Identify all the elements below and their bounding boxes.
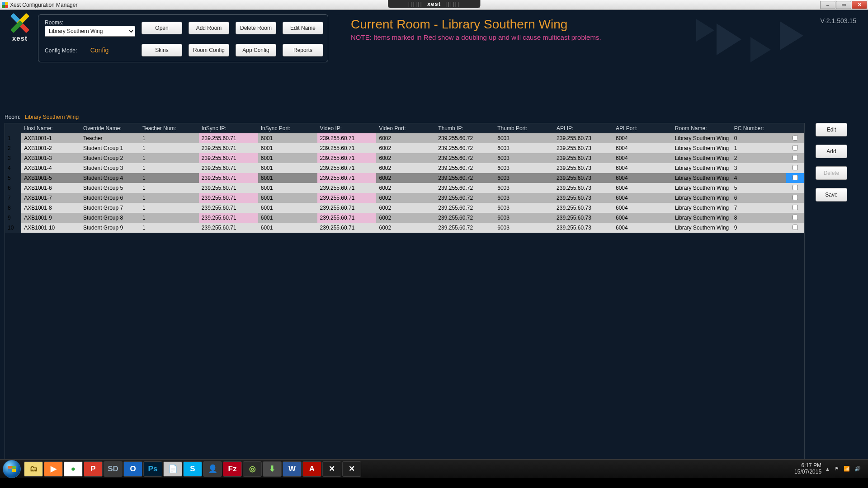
window-titlebar: Xest Configuration Manager xest – ▭ ✕ [0,0,868,10]
tray-flag-icon[interactable]: ⚑ [835,466,839,472]
red-warning-note: NOTE: Items marked in Red show a doublin… [351,33,601,41]
col-0[interactable]: Host Name: [21,123,80,133]
room-config-button[interactable]: Room Config [189,44,229,56]
taskbar-item-6[interactable]: Ps [143,461,162,477]
taskbar-item-0[interactable]: 🗂 [24,461,43,477]
taskbar-item-14[interactable]: A [302,461,321,477]
window-minimize-button[interactable]: – [820,1,835,9]
col-3[interactable]: InSync IP: [199,123,258,133]
app-icon [2,2,8,8]
taskbar-item-7[interactable]: 📄 [163,461,182,477]
taskbar-item-1[interactable]: ▶ [44,461,63,477]
taskbar: 🗂▶●PSDOPs📄S👤Fz◎⬇WA✕✕ 6:17 PM 15/07/2015 … [0,459,868,478]
row-checkbox[interactable] [786,203,804,213]
row-checkbox[interactable] [786,133,804,143]
col-11[interactable]: Room Name: [672,123,731,133]
col-12[interactable]: PC Number: [731,123,786,133]
tray-overflow-icon[interactable]: ▲ [825,466,830,472]
window-maximize-button[interactable]: ▭ [836,1,851,9]
add-button[interactable]: Add [816,145,847,158]
row-checkbox[interactable] [786,143,804,153]
row-checkbox[interactable] [786,223,804,233]
row-checkbox[interactable] [786,193,804,203]
table-row[interactable]: 1AXB1001-1Teacher1239.255.60.716001239.2… [5,133,804,143]
col-1[interactable]: Override Name: [80,123,140,133]
edit-button[interactable]: Edit [816,123,847,136]
title-brand-badge: xest [388,0,481,8]
col-6[interactable]: Video Port: [376,123,435,133]
window-title: Xest Configuration Manager [10,2,77,8]
taskbar-item-16[interactable]: ✕ [342,461,361,477]
taskbar-clock[interactable]: 6:17 PM 15/07/2015 [794,463,825,475]
row-checkbox[interactable] [786,183,804,193]
col-5[interactable]: Video IP: [317,123,377,133]
reports-button[interactable]: Reports [283,44,323,56]
config-mode: Config Mode: Config [45,47,135,54]
config-mode-label: Config Mode: [45,47,77,54]
tray-network-icon[interactable]: 📶 [844,466,850,472]
col-9[interactable]: API IP: [554,123,613,133]
clock-date: 15/07/2015 [794,469,821,475]
open-button[interactable]: Open [142,22,182,34]
table-row[interactable]: 6AXB1001-6Student Group 51239.255.60.716… [5,183,804,193]
tray-volume-icon[interactable]: 🔊 [854,466,861,472]
grid-room-value: Library Southern Wing [25,114,79,120]
app-config-button[interactable]: App Config [236,44,276,56]
room-title-block: Current Room - Library Southern Wing NOT… [351,14,601,41]
taskbar-item-13[interactable]: W [283,461,302,477]
table-row[interactable]: 3AXB1001-3Student Group 21239.255.60.716… [5,153,804,163]
table-row[interactable]: 4AXB1001-4Student Group 31239.255.60.716… [5,163,804,173]
row-checkbox[interactable] [786,163,804,173]
grid-room-line: Room: Library Southern Wing [5,114,863,120]
row-checkbox[interactable] [786,153,804,163]
taskbar-item-4[interactable]: SD [104,461,123,477]
delete-room-button[interactable]: Delete Room [236,22,276,34]
taskbar-item-8[interactable]: S [183,461,202,477]
config-panel: Rooms: Library Southern Wing Open Add Ro… [38,14,328,62]
table-row[interactable]: 2AXB1001-2Student Group 11239.255.60.716… [5,143,804,153]
col-7[interactable]: Thumb IP: [435,123,495,133]
taskbar-item-5[interactable]: O [123,461,142,477]
table-row[interactable]: 5AXB1001-5Student Group 41239.255.60.716… [5,173,804,183]
table-row[interactable]: 10AXB1001-10Student Group 91239.255.60.7… [5,223,804,233]
hosts-grid[interactable]: Host Name:Override Name:Teacher Num:InSy… [5,123,805,475]
taskbar-item-9[interactable]: 👤 [203,461,222,477]
taskbar-item-11[interactable]: ◎ [243,461,262,477]
taskbar-item-12[interactable]: ⬇ [263,461,282,477]
logo-text: xest [12,34,28,42]
delete-button[interactable]: Delete [816,166,847,180]
current-room-heading: Current Room - Library Southern Wing [351,17,601,32]
col-10[interactable]: API Port: [613,123,672,133]
taskbar-item-10[interactable]: Fz [223,461,242,477]
table-row[interactable]: 9AXB1001-9Student Group 81239.255.60.716… [5,213,804,223]
taskbar-item-2[interactable]: ● [64,461,83,477]
edit-name-button[interactable]: Edit Name [283,22,323,34]
add-room-button[interactable]: Add Room [189,22,229,34]
save-button[interactable]: Save [816,188,847,202]
taskbar-item-3[interactable]: P [84,461,103,477]
taskbar-item-15[interactable]: ✕ [322,461,341,477]
col-8[interactable]: Thumb Port: [495,123,554,133]
skins-button[interactable]: Skins [142,44,182,56]
window-close-button[interactable]: ✕ [852,1,867,9]
col-4[interactable]: InSync Port: [258,123,317,133]
system-tray[interactable]: ▲ ⚑ 📶 🔊 [825,466,861,472]
rooms-label: Rooms: [45,19,135,26]
app-logo: xest [6,14,33,44]
config-mode-value: Config [90,47,108,54]
row-checkbox[interactable] [786,213,804,223]
start-button[interactable] [3,460,21,478]
rooms-select[interactable]: Library Southern Wing [45,26,135,37]
row-checkbox[interactable] [786,173,804,183]
col-2[interactable]: Teacher Num: [140,123,199,133]
clock-time: 6:17 PM [794,463,821,469]
table-row[interactable]: 8AXB1001-8Student Group 71239.255.60.716… [5,203,804,213]
table-row[interactable]: 7AXB1001-7Student Group 61239.255.60.716… [5,193,804,203]
grid-room-label: Room: [5,114,20,120]
